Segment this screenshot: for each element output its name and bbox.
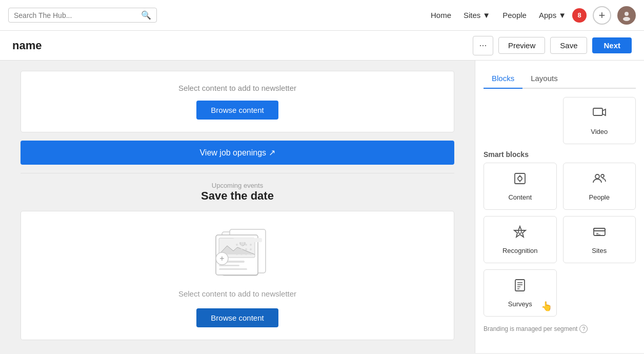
content-icon: [513, 171, 527, 189]
content-label: Content: [508, 193, 532, 201]
sidebar-tabs: Blocks Layouts: [484, 69, 636, 89]
events-main-label: Save the date: [21, 189, 454, 203]
browse-content-button-events[interactable]: Browse content: [196, 308, 278, 327]
events-sub-label: Upcoming events: [21, 182, 454, 189]
svg-rect-39: [515, 280, 525, 291]
events-block-text: Select content to add to newsletter: [178, 289, 296, 298]
block-card-content[interactable]: Content: [484, 163, 557, 210]
toolbar-actions: ··· Preview Save Next: [473, 36, 632, 55]
svg-point-24: [250, 253, 252, 255]
svg-marker-33: [514, 226, 526, 237]
branding-note: Branding is managed per segment ?: [484, 325, 636, 333]
branding-text: Branding is managed per segment: [484, 325, 577, 332]
search-input[interactable]: [14, 11, 137, 19]
svg-point-1: [623, 17, 630, 21]
svg-point-14: [240, 244, 243, 246]
newsletter-block-top: Select content to add to newsletter Brow…: [21, 71, 454, 132]
recognition-label: Recognition: [502, 247, 538, 254]
surveys-icon: [513, 278, 527, 296]
svg-text:+: +: [219, 254, 224, 263]
events-illustration: +: [191, 228, 284, 279]
block-card-surveys[interactable]: Surveys 👆: [484, 269, 557, 317]
page-title: name: [12, 39, 465, 52]
svg-rect-12: [233, 238, 262, 242]
blocks-grid-top: Video: [484, 97, 636, 144]
recognition-icon: [513, 225, 527, 243]
info-icon: ?: [579, 325, 588, 333]
nav-sites[interactable]: Sites ▼: [464, 11, 490, 19]
block-card-sites[interactable]: Sites: [563, 216, 636, 263]
browse-content-button-top[interactable]: Browse content: [196, 101, 278, 120]
smart-blocks-grid: Content People: [484, 163, 636, 317]
svg-point-13: [236, 244, 238, 246]
svg-rect-9: [219, 268, 247, 270]
nav-people[interactable]: People: [502, 11, 527, 19]
search-icon: 🔍: [141, 10, 151, 20]
chevron-down-icon: ▼: [482, 11, 490, 19]
svg-point-22: [240, 253, 243, 255]
svg-point-19: [245, 248, 247, 250]
sites-icon: [592, 225, 607, 243]
block-card-people[interactable]: People: [563, 163, 636, 210]
svg-point-32: [601, 174, 604, 178]
smart-blocks-title: Smart blocks: [484, 150, 636, 159]
svg-point-18: [240, 248, 243, 250]
sites-label: Sites: [592, 247, 607, 254]
job-bar[interactable]: View job openings ↗: [21, 141, 454, 165]
sub-header: name ··· Preview Save Next: [0, 31, 644, 61]
events-section: Upcoming events Save the date: [21, 182, 454, 340]
chevron-down-icon: ▼: [558, 11, 566, 19]
main-layout: Select content to add to newsletter Brow…: [0, 61, 644, 353]
nav-links: Home Sites ▼ People Apps ▼: [431, 11, 566, 19]
svg-point-28: [518, 176, 522, 181]
people-icon: [592, 171, 607, 189]
block-card-recognition[interactable]: Recognition: [484, 216, 557, 263]
svg-point-0: [625, 12, 629, 16]
ellipsis-button[interactable]: ···: [473, 36, 493, 55]
svg-point-15: [245, 244, 247, 246]
svg-point-20: [250, 248, 252, 250]
job-bar-label: View job openings ↗: [199, 148, 275, 158]
save-button[interactable]: Save: [550, 37, 587, 54]
events-block: +: [21, 211, 454, 340]
newsletter-text-top: Select content to add to newsletter: [178, 84, 296, 92]
svg-point-31: [595, 174, 599, 179]
top-nav: 🔍 Home Sites ▼ People Apps ▼ 8 +: [0, 0, 644, 31]
divider: [21, 173, 454, 173]
svg-point-17: [236, 248, 238, 250]
tab-layouts[interactable]: Layouts: [522, 69, 566, 89]
cursor-icon: 👆: [541, 301, 552, 312]
next-button[interactable]: Next: [592, 37, 632, 53]
video-icon: [592, 106, 607, 124]
right-sidebar: Blocks Layouts Video Smart blocks: [475, 61, 644, 353]
svg-rect-35: [594, 228, 605, 235]
events-header: Upcoming events Save the date: [21, 182, 454, 205]
preview-button[interactable]: Preview: [498, 37, 545, 54]
people-label: People: [589, 193, 610, 201]
svg-point-16: [250, 244, 252, 246]
nav-home[interactable]: Home: [431, 11, 451, 19]
svg-point-23: [245, 253, 247, 255]
svg-rect-25: [593, 108, 602, 115]
svg-rect-36: [594, 228, 605, 231]
video-label: Video: [591, 128, 608, 135]
svg-point-34: [518, 230, 521, 233]
content-area: Select content to add to newsletter Brow…: [0, 61, 475, 353]
surveys-label: Surveys: [508, 300, 532, 308]
svg-marker-26: [602, 109, 606, 115]
add-button[interactable]: +: [593, 6, 611, 25]
svg-point-21: [236, 253, 238, 255]
block-card-video[interactable]: Video: [563, 97, 636, 144]
nav-apps[interactable]: Apps ▼: [539, 11, 566, 19]
notification-button[interactable]: 8: [572, 8, 587, 23]
search-bar[interactable]: 🔍: [8, 8, 157, 23]
avatar[interactable]: [617, 6, 636, 25]
tab-blocks[interactable]: Blocks: [484, 69, 522, 89]
